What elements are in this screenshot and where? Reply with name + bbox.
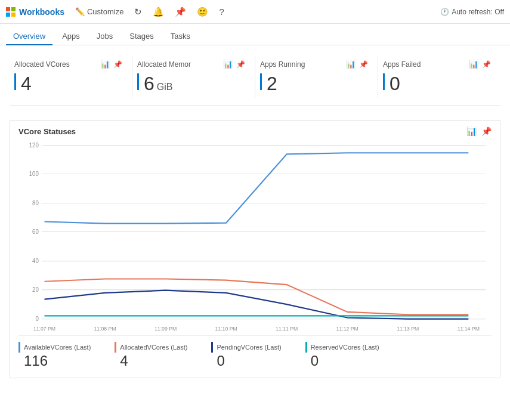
logo[interactable]: Workbooks [6, 7, 64, 17]
bell-icon[interactable]: 🔔 [153, 7, 164, 17]
kpi-title-vcores: Allocated VCores [14, 60, 97, 69]
navtabs: Overview Apps Jobs Stages Tasks [0, 24, 510, 45]
chart-pin-icon[interactable]: 📌 [481, 126, 492, 136]
tab-overview[interactable]: Overview [6, 28, 52, 45]
svg-rect-1 [11, 7, 16, 11]
svg-text:80: 80 [32, 199, 39, 206]
tab-apps[interactable]: Apps [55, 28, 87, 45]
kpi-chart-icon-failed[interactable]: 📊 [469, 60, 478, 69]
legend-value-allocated: 4 [115, 354, 187, 368]
legend-color-allocated [115, 342, 116, 353]
kpi-pin-running[interactable]: 📌 [359, 60, 368, 69]
svg-text:11:14 PM: 11:14 PM [458, 325, 480, 331]
kpi-apps-failed: Apps Failed 📊 📌 0 [378, 55, 500, 98]
kpi-number-running: 2 [267, 74, 277, 93]
legend-color-reserved [305, 342, 307, 353]
help-icon[interactable]: ? [219, 7, 224, 17]
legend-color-pending [211, 342, 213, 353]
pin-icon[interactable]: 📌 [175, 7, 186, 17]
kpi-pin-memory[interactable]: 📌 [236, 60, 245, 69]
legend-text-available: AvailableVCores (Last) [24, 344, 91, 351]
auto-refresh-label: Auto refresh: Off [452, 8, 504, 16]
legend-pending-vcores: PendingVCores (Last) 0 [211, 342, 281, 368]
kpi-title-failed: Apps Failed [383, 60, 465, 69]
kpi-chart-icon-running[interactable]: 📊 [346, 60, 356, 69]
legend-allocated-vcores: AllocatedVCores (Last) 4 [115, 342, 187, 368]
kpi-unit-memory: GiB [157, 82, 173, 92]
kpi-pin-failed[interactable]: 📌 [482, 60, 491, 69]
svg-text:11:08 PM: 11:08 PM [94, 325, 116, 331]
chart-actions: 📊 📌 [466, 126, 492, 136]
svg-text:0: 0 [35, 315, 39, 322]
kpi-pin-vcores[interactable]: 📌 [113, 60, 122, 69]
chart-svg: 0 20 40 60 80 100 120 11:07 PM 11:08 PM … [18, 141, 492, 332]
tab-jobs[interactable]: Jobs [89, 28, 120, 45]
kpi-chart-icon-vcores[interactable]: 📊 [100, 60, 110, 69]
svg-text:11:09 PM: 11:09 PM [154, 325, 177, 331]
svg-text:60: 60 [32, 228, 39, 235]
legend-text-allocated: AllocatedVCores (Last) [120, 344, 187, 351]
workbooks-label[interactable]: Workbooks [19, 7, 64, 17]
legend-value-available: 116 [18, 354, 91, 368]
svg-text:11:13 PM: 11:13 PM [397, 325, 419, 331]
svg-rect-0 [6, 7, 10, 11]
legend-text-reserved: ReservedVCores (Last) [311, 344, 379, 351]
chart-area: 0 20 40 60 80 100 120 11:07 PM 11:08 PM … [18, 141, 492, 332]
kpi-allocated-vcores: Allocated VCores 📊 📌 4 [10, 55, 132, 98]
chart-title: VCore Statuses [18, 127, 466, 136]
kpi-value-running: 2 [260, 73, 368, 93]
chart-expand-icon[interactable]: 📊 [466, 126, 477, 136]
svg-rect-2 [6, 13, 10, 17]
chart-header: VCore Statuses 📊 📌 [18, 126, 492, 136]
topbar: Workbooks ✏️ Customize ↻ 🔔 📌 🙂 ? 🕐 Auto … [0, 0, 510, 24]
tab-stages[interactable]: Stages [122, 28, 160, 45]
kpi-chart-icon-memory[interactable]: 📊 [223, 60, 233, 69]
auto-refresh-button[interactable]: 🕐 Auto refresh: Off [440, 8, 504, 16]
svg-text:11:12 PM: 11:12 PM [336, 325, 358, 331]
kpi-number-memory: 6 [144, 74, 154, 93]
tab-tasks[interactable]: Tasks [163, 28, 197, 45]
customize-label: Customize [87, 7, 123, 16]
svg-rect-3 [11, 13, 16, 17]
kpi-number-vcores: 4 [21, 74, 32, 93]
kpi-title-running: Apps Running [260, 60, 342, 69]
legend-label-pending: PendingVCores (Last) [211, 342, 281, 353]
svg-text:120: 120 [29, 141, 39, 149]
kpi-bar-memory [137, 73, 139, 90]
kpi-apps-running: Apps Running 📊 📌 2 [255, 55, 378, 98]
kpi-number-failed: 0 [390, 74, 400, 93]
legend-label-reserved: ReservedVCores (Last) [305, 342, 379, 353]
legend-reserved-vcores: ReservedVCores (Last) 0 [305, 342, 379, 368]
emoji-icon[interactable]: 🙂 [197, 7, 208, 17]
kpi-value-vcores: 4 [14, 73, 122, 93]
kpi-title-memory: Allocated Memor [137, 60, 220, 69]
legend-value-pending: 0 [211, 354, 281, 368]
kpi-value-failed: 0 [383, 73, 491, 93]
pencil-icon: ✏️ [75, 7, 85, 16]
svg-text:20: 20 [32, 286, 39, 293]
kpi-value-memory: 6 GiB [137, 73, 245, 93]
customize-button[interactable]: ✏️ Customize [75, 7, 123, 16]
legend-value-reserved: 0 [305, 354, 379, 368]
kpi-allocated-memory: Allocated Memor 📊 📌 6 GiB [132, 55, 255, 98]
kpi-bar-vcores [14, 73, 16, 90]
legend-text-pending: PendingVCores (Last) [217, 344, 281, 351]
vcore-statuses-chart: VCore Statuses 📊 📌 0 [10, 120, 500, 378]
svg-text:100: 100 [29, 170, 39, 177]
legend-label-available: AvailableVCores (Last) [18, 342, 91, 353]
svg-text:11:10 PM: 11:10 PM [215, 325, 237, 331]
main-content: Allocated VCores 📊 📌 4 Allocated Memor 📊… [0, 45, 510, 378]
svg-text:11:11 PM: 11:11 PM [276, 325, 298, 331]
chart-legend: AvailableVCores (Last) 116 AllocatedVCor… [18, 335, 492, 372]
legend-label-allocated: AllocatedVCores (Last) [115, 342, 187, 353]
kpi-row: Allocated VCores 📊 📌 4 Allocated Memor 📊… [10, 55, 500, 106]
refresh-icon[interactable]: ↻ [134, 7, 142, 17]
clock-icon: 🕐 [440, 8, 449, 16]
kpi-bar-failed [383, 73, 385, 90]
legend-available-vcores: AvailableVCores (Last) 116 [18, 342, 91, 368]
kpi-bar-running [260, 73, 262, 90]
svg-text:40: 40 [32, 257, 39, 264]
svg-text:11:07 PM: 11:07 PM [33, 325, 55, 331]
legend-color-available [18, 342, 20, 353]
